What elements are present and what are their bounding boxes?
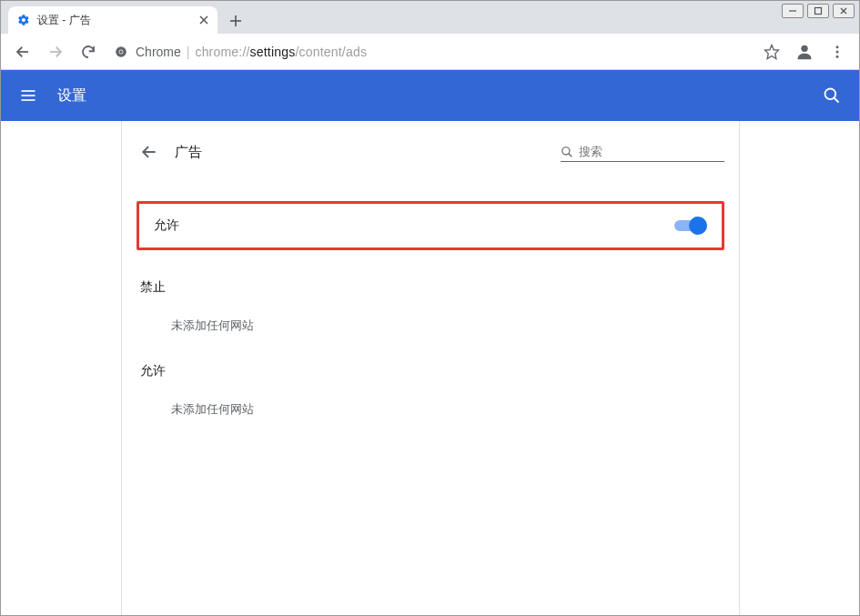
svg-point-14 bbox=[801, 45, 807, 51]
settings-header: 设置 bbox=[1, 70, 859, 121]
svg-point-12 bbox=[119, 50, 123, 54]
block-empty-message: 未添加任何网站 bbox=[140, 318, 721, 334]
window-minimize-button[interactable] bbox=[782, 4, 804, 18]
browser-tab[interactable]: 设置 - 广告 bbox=[8, 6, 218, 34]
allow-section-title: 允许 bbox=[140, 363, 721, 379]
tab-strip: 设置 - 广告 bbox=[1, 1, 859, 34]
search-input[interactable] bbox=[579, 145, 732, 158]
window-close-button[interactable] bbox=[833, 4, 855, 18]
settings-card: 广告 允许 禁止 未添加任何网站 允许 未添加任何网站 bbox=[121, 121, 740, 615]
header-search-icon[interactable] bbox=[821, 85, 843, 106]
search-icon bbox=[561, 145, 573, 159]
content-area: 广告 允许 禁止 未添加任何网站 允许 未添加任何网站 bbox=[1, 121, 859, 615]
svg-point-15 bbox=[836, 45, 839, 48]
tab-title: 设置 - 广告 bbox=[37, 13, 199, 28]
gear-icon bbox=[17, 14, 30, 26]
svg-point-24 bbox=[562, 146, 569, 154]
in-page-search[interactable] bbox=[561, 143, 724, 162]
address-origin-label: Chrome bbox=[136, 45, 181, 59]
svg-rect-1 bbox=[815, 8, 822, 15]
nav-reload-button[interactable] bbox=[76, 39, 101, 65]
allow-section: 允许 未添加任何网站 bbox=[137, 363, 724, 418]
chrome-icon bbox=[114, 45, 128, 59]
allow-toggle-row: 允许 bbox=[137, 201, 724, 250]
new-tab-button[interactable] bbox=[223, 8, 248, 34]
address-separator: | bbox=[187, 45, 190, 59]
kebab-menu-icon[interactable] bbox=[825, 39, 850, 65]
window-maximize-button[interactable] bbox=[807, 4, 829, 18]
svg-point-21 bbox=[825, 89, 836, 100]
hamburger-menu-icon[interactable] bbox=[17, 85, 39, 106]
header-title: 设置 bbox=[57, 86, 86, 106]
allow-toggle-label: 允许 bbox=[154, 217, 674, 234]
account-icon[interactable] bbox=[792, 39, 817, 65]
page-title: 广告 bbox=[175, 144, 561, 161]
address-bar[interactable]: Chrome | chrome://settings/content/ads bbox=[108, 38, 752, 66]
svg-point-17 bbox=[836, 55, 839, 57]
svg-line-22 bbox=[835, 98, 839, 103]
block-section-title: 禁止 bbox=[140, 279, 721, 296]
svg-line-25 bbox=[568, 153, 572, 157]
nav-forward-button[interactable] bbox=[43, 39, 68, 65]
tab-close-icon[interactable] bbox=[199, 13, 208, 27]
bookmark-star-icon[interactable] bbox=[759, 39, 784, 65]
allow-toggle-switch[interactable] bbox=[674, 217, 707, 235]
svg-marker-13 bbox=[765, 45, 779, 58]
svg-point-16 bbox=[836, 50, 839, 53]
browser-toolbar: Chrome | chrome://settings/content/ads bbox=[1, 34, 859, 70]
nav-back-button[interactable] bbox=[10, 39, 35, 65]
address-url: chrome://settings/content/ads bbox=[195, 45, 367, 59]
block-section: 禁止 未添加任何网站 bbox=[137, 279, 724, 334]
back-arrow-button[interactable] bbox=[137, 139, 162, 165]
allow-empty-message: 未添加任何网站 bbox=[140, 401, 721, 418]
